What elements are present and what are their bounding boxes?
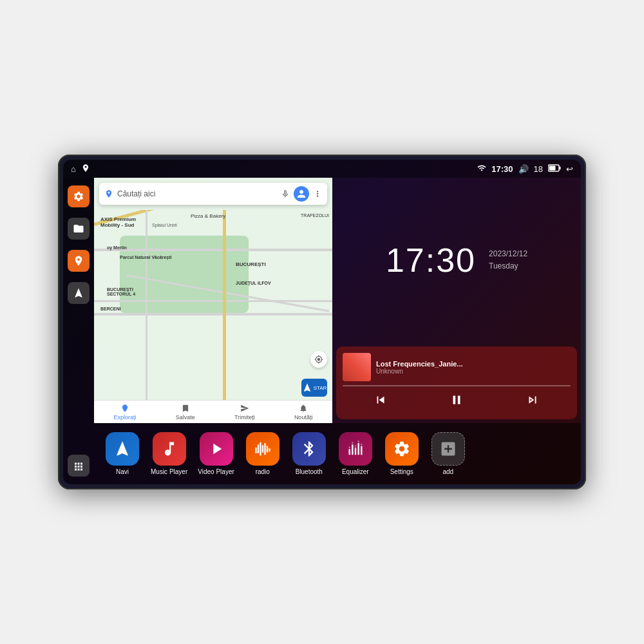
clock-date: 2023/12/12 Tuesday — [489, 248, 527, 272]
app-radio-icon — [246, 432, 279, 466]
app-add-icon — [431, 432, 465, 466]
app-bluetooth-label: Bluetooth — [296, 468, 323, 475]
svg-rect-4 — [258, 444, 259, 453]
app-equalizer[interactable]: Equalizer — [337, 432, 374, 475]
sector-label: BUCUREȘTISECTORUL 4 — [107, 287, 135, 296]
music-info: Lost Frequencies_Janie... Unknown — [343, 353, 571, 381]
music-progress-bar[interactable] — [343, 385, 571, 386]
music-widget: Lost Frequencies_Janie... Unknown — [336, 346, 577, 419]
app-equalizer-label: Equalizer — [342, 468, 369, 475]
sidebar-item-apps[interactable] — [68, 455, 90, 477]
app-equalizer-icon — [339, 432, 372, 466]
sidebar — [63, 178, 94, 484]
music-next-button[interactable] — [519, 390, 546, 413]
road-5 — [94, 313, 332, 316]
clock-area: 17:30 2023/12/12 Tuesday — [332, 178, 581, 343]
music-title: Lost Frequencies_Janie... — [376, 360, 571, 368]
app-navi[interactable]: Navi — [104, 432, 140, 475]
app-settings[interactable]: Settings — [384, 432, 420, 475]
battery-level: 18 — [534, 164, 543, 174]
map-bottom-bar: Explorați Salvate Trimiteți — [94, 400, 332, 423]
berceni-label: BERCENI — [100, 307, 121, 311]
back-icon[interactable]: ↩ — [566, 164, 573, 174]
screen: ⌂ 17:30 🔊 18 — [63, 160, 581, 484]
svg-rect-14 — [355, 448, 356, 455]
app-drawer: Navi Music Player Video Pl — [94, 423, 581, 484]
map-tab-noutati[interactable]: Noutăți — [294, 404, 313, 421]
splaiul-label: Splaiul Unirii — [152, 223, 177, 227]
app-add[interactable]: add — [430, 432, 466, 475]
svg-rect-3 — [255, 448, 256, 453]
app-radio[interactable]: radio — [245, 432, 281, 475]
music-prev-button[interactable] — [367, 390, 394, 413]
svg-rect-16 — [357, 443, 359, 455]
road-2 — [94, 249, 332, 251]
app-music-player[interactable]: Music Player — [151, 432, 187, 475]
status-time: 17:30 — [491, 164, 513, 174]
trapez-label: TRAPEZOLUI — [301, 213, 329, 218]
svg-rect-12 — [352, 444, 353, 455]
music-pause-button[interactable] — [443, 390, 470, 413]
svg-rect-17 — [357, 440, 359, 442]
merlin-label: oy Merlin — [107, 245, 127, 250]
app-bluetooth[interactable]: Bluetooth — [291, 432, 327, 475]
svg-rect-8 — [267, 446, 268, 453]
road-4 — [94, 300, 332, 302]
pizza-label: Pizza & Bakery — [191, 213, 225, 219]
app-video-player[interactable]: Video Player — [198, 432, 234, 475]
svg-rect-1 — [560, 166, 561, 169]
svg-rect-7 — [264, 443, 265, 455]
map-container[interactable]: Căutați aici — [94, 178, 332, 423]
wifi-icon — [477, 164, 486, 175]
svg-rect-5 — [260, 442, 261, 456]
sidebar-item-navigation[interactable] — [68, 282, 90, 304]
maps-status-icon[interactable] — [81, 164, 90, 175]
svg-rect-15 — [355, 445, 356, 446]
svg-rect-9 — [269, 448, 270, 452]
music-details: Lost Frequencies_Janie... Unknown — [376, 360, 571, 375]
right-info-panel: 17:30 2023/12/12 Tuesday — [332, 178, 581, 423]
bucuresti-label: BUCUREȘTI — [236, 261, 266, 267]
app-navi-icon — [106, 432, 139, 466]
app-video-icon — [200, 432, 233, 466]
road-v2 — [223, 210, 226, 400]
locate-button[interactable] — [310, 351, 327, 368]
sidebar-item-settings[interactable] — [68, 185, 90, 207]
sidebar-item-maps[interactable] — [68, 250, 90, 272]
main-content: Căutați aici — [63, 178, 581, 484]
map-area: Căutați aici — [94, 178, 581, 423]
app-settings-icon — [385, 432, 419, 466]
app-settings-label: Settings — [390, 468, 413, 475]
app-bluetooth-icon — [292, 432, 326, 466]
map-tab-noutati-label: Noutăți — [294, 414, 313, 421]
svg-rect-11 — [348, 447, 350, 448]
map-search-bar[interactable]: Căutați aici — [99, 183, 327, 205]
svg-rect-10 — [348, 449, 350, 455]
svg-rect-6 — [262, 445, 263, 453]
status-bar: ⌂ 17:30 🔊 18 — [63, 160, 581, 178]
judet-label: JUDEȚUL ILFOV — [236, 281, 271, 285]
volume-icon: 🔊 — [518, 164, 529, 174]
sidebar-item-files[interactable] — [68, 218, 90, 240]
app-add-label: add — [442, 468, 453, 475]
map-search-text: Căutați aici — [117, 189, 277, 198]
app-music-label: Music Player — [151, 468, 187, 475]
nav-start-button[interactable]: STAR — [301, 379, 327, 397]
svg-rect-13 — [352, 442, 353, 444]
map-tab-trimiteti[interactable]: Trimiteți — [234, 404, 255, 421]
music-thumb-inner — [343, 353, 371, 381]
map-tab-salvate-label: Salvate — [176, 414, 195, 421]
music-artist: Unknown — [376, 368, 571, 375]
map-tab-explorare[interactable]: Explorați — [114, 404, 137, 421]
status-left: ⌂ — [71, 164, 90, 175]
home-icon[interactable]: ⌂ — [71, 164, 76, 174]
axis-label: AXIS PremiumMobility - Sud — [100, 216, 136, 228]
map-visual: AXIS PremiumMobility - Sud Pizza & Baker… — [94, 210, 332, 400]
map-tab-explorare-label: Explorați — [114, 414, 137, 421]
svg-rect-2 — [549, 166, 556, 170]
parcul-label: Parcul Natural Văcărești — [120, 255, 172, 260]
map-tab-salvate[interactable]: Salvate — [176, 404, 195, 421]
road-v1 — [146, 210, 147, 400]
clock-day-text: Tuesday — [489, 261, 518, 270]
center-area: Căutați aici — [94, 178, 581, 484]
